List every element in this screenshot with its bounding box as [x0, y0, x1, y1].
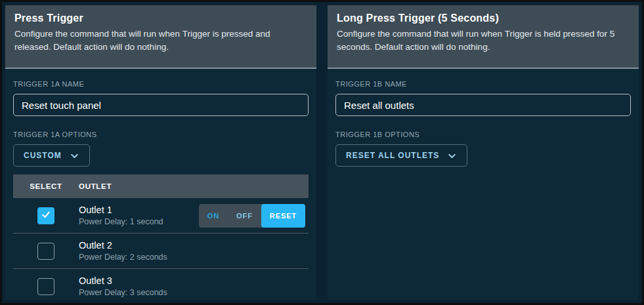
trigger-1b-name-input[interactable] — [335, 94, 631, 116]
trigger-1b-options-dropdown[interactable]: RESET ALL OUTLETS — [335, 144, 467, 167]
trigger-1a-options-value: CUSTOM — [24, 151, 62, 160]
outlet-1-on-button[interactable]: ON — [199, 204, 228, 228]
chevron-down-icon — [70, 151, 79, 161]
press-trigger-panel: Press Trigger Configure the command that… — [5, 5, 316, 300]
outlet-2-checkbox[interactable] — [37, 243, 54, 260]
trigger-1b-options-value: RESET ALL OUTLETS — [346, 151, 439, 160]
trigger-1a-options-label: TRIGGER 1A OPTIONS — [13, 131, 309, 138]
press-trigger-body: TRIGGER 1A NAME TRIGGER 1A OPTIONS CUSTO… — [5, 69, 316, 304]
column-header-select: SELECT — [13, 182, 79, 190]
trigger-1a-options-dropdown[interactable]: CUSTOM — [13, 144, 90, 167]
trigger-1a-name-label: TRIGGER 1A NAME — [13, 80, 309, 88]
outlet-2-power-delay: Power Delay: 2 seconds — [79, 253, 309, 262]
outlet-1-reset-button[interactable]: RESET — [261, 204, 305, 228]
outlet-table-header: SELECT OUTLET — [13, 174, 309, 198]
press-trigger-description: Configure the command that will run when… — [14, 28, 307, 54]
table-row-outlet-1: Outlet 1 Power Delay: 1 second ON OFF RE… — [13, 198, 309, 234]
table-row-outlet-3: Outlet 3 Power Delay: 3 seconds — [13, 269, 309, 304]
long-press-trigger-body: TRIGGER 1B NAME TRIGGER 1B OPTIONS RESET… — [328, 69, 639, 300]
table-row-outlet-2: Outlet 2 Power Delay: 2 seconds — [13, 234, 309, 269]
long-press-trigger-panel: Long Press Trigger (5 Seconds) Configure… — [328, 5, 639, 300]
column-header-outlet: OUTLET — [79, 182, 309, 190]
outlet-1-checkbox[interactable] — [37, 207, 54, 224]
outlet-3-power-delay: Power Delay: 3 seconds — [79, 288, 309, 297]
outlet-1-off-button[interactable]: OFF — [228, 204, 261, 228]
outlet-1-title: Outlet 1 — [79, 205, 199, 215]
outlet-table: SELECT OUTLET Outlet 1 Power Delay: — [13, 174, 309, 304]
outlet-1-action-group: ON OFF RESET — [199, 204, 305, 228]
outlet-3-checkbox[interactable] — [37, 278, 54, 295]
outlet-2-title: Outlet 2 — [79, 240, 309, 251]
long-press-trigger-description: Configure the command that will run when… — [337, 28, 630, 54]
chevron-down-icon — [447, 151, 457, 161]
long-press-trigger-header: Long Press Trigger (5 Seconds) Configure… — [328, 5, 639, 69]
trigger-1b-name-label: TRIGGER 1B NAME — [335, 80, 631, 88]
long-press-trigger-title: Long Press Trigger (5 Seconds) — [337, 12, 630, 24]
trigger-1a-name-input[interactable] — [13, 94, 309, 116]
press-trigger-title: Press Trigger — [14, 12, 307, 24]
press-trigger-header: Press Trigger Configure the command that… — [5, 5, 316, 69]
outlet-3-title: Outlet 3 — [79, 275, 309, 286]
outlet-1-power-delay: Power Delay: 1 second — [79, 217, 199, 226]
check-icon — [41, 209, 51, 222]
trigger-1b-options-label: TRIGGER 1B OPTIONS — [335, 131, 631, 138]
